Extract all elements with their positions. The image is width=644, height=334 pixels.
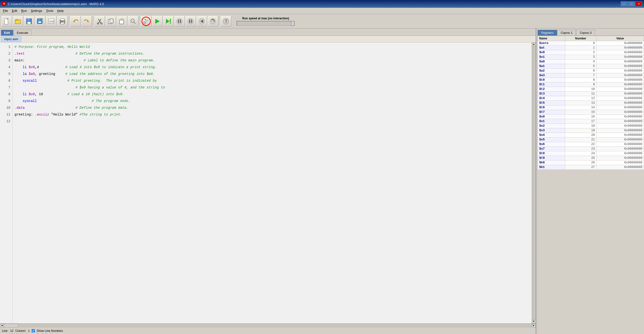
- col-name: Name: [538, 36, 565, 41]
- reg-name: $t5: [538, 101, 565, 105]
- open-icon: [14, 18, 21, 25]
- reg-value: 0x00000000: [596, 115, 644, 119]
- svg-rect-23: [110, 19, 113, 23]
- tab-edit[interactable]: Edit: [1, 30, 13, 35]
- table-row: $t0 8 0x00000000: [538, 78, 644, 82]
- svg-rect-5: [27, 22, 31, 24]
- window-title: C:\Users\Chuck\Dropbox\School\executable…: [8, 2, 104, 6]
- title-controls[interactable]: — □ ✕: [621, 1, 642, 6]
- undo-icon: [72, 18, 79, 25]
- run-speed-slider[interactable]: [236, 21, 295, 26]
- table-row: $k1 27 0x00000000: [538, 165, 644, 170]
- paste-icon: [118, 18, 125, 25]
- minimize-button[interactable]: —: [621, 1, 628, 6]
- scroll-left-arrow[interactable]: ◀: [0, 324, 4, 328]
- reg-value: 0x00000000: [596, 50, 644, 55]
- reg-number: 14: [565, 105, 596, 110]
- app-icon: M: [2, 2, 6, 6]
- file-tab-mips1[interactable]: mips1.asm: [1, 36, 21, 42]
- undo-button[interactable]: [70, 16, 81, 26]
- save-button[interactable]: [24, 16, 34, 26]
- title-bar: M C:\Users\Chuck\Dropbox\School\executab…: [0, 0, 644, 8]
- reg-number: 20: [565, 133, 596, 137]
- menu-settings[interactable]: Settings: [29, 8, 44, 13]
- scroll-track-vertical[interactable]: [532, 46, 536, 320]
- open-button[interactable]: [12, 16, 23, 26]
- redo-button[interactable]: [81, 16, 92, 26]
- table-row: $k0 26 0x00000000: [538, 160, 644, 165]
- run-button[interactable]: [152, 16, 162, 26]
- show-line-numbers-checkbox[interactable]: [32, 329, 35, 332]
- reset-button[interactable]: [208, 16, 218, 26]
- scroll-up-arrow[interactable]: ▲: [532, 42, 536, 46]
- paste-button[interactable]: [116, 16, 127, 26]
- copy-button[interactable]: [106, 16, 116, 26]
- help-button[interactable]: ?: [221, 16, 231, 26]
- reg-name: $at: [538, 46, 565, 50]
- run-step-icon: 1: [165, 18, 172, 25]
- reg-number: 25: [565, 156, 596, 160]
- table-row: $t9 25 0x00000000: [538, 156, 644, 160]
- tab-registers[interactable]: Registers: [538, 30, 557, 35]
- scroll-right-arrow[interactable]: ▶: [532, 324, 536, 328]
- scroll-thumb-horizontal[interactable]: [4, 324, 18, 328]
- menu-run[interactable]: Run: [19, 8, 29, 13]
- pause-button[interactable]: [174, 16, 185, 26]
- reg-number: 16: [565, 115, 596, 119]
- toolbar-separator-4: [219, 16, 220, 26]
- tab-coproc1[interactable]: Coproc 1: [557, 30, 576, 35]
- table-row: $s4 20 0x00000000: [538, 133, 644, 137]
- print-icon: [59, 18, 66, 25]
- run-step-button[interactable]: 1: [163, 16, 174, 26]
- cut-button[interactable]: [94, 16, 105, 26]
- tab-coproc0[interactable]: Coproc 0: [576, 30, 595, 35]
- menu-edit[interactable]: Edit: [10, 8, 19, 13]
- reg-number: 18: [565, 124, 596, 128]
- help-icon: ?: [222, 18, 229, 25]
- run-icon: [154, 18, 161, 25]
- copy-icon: [108, 18, 114, 25]
- scroll-down-arrow[interactable]: ▼: [532, 320, 536, 323]
- reg-name: $s4: [538, 133, 565, 137]
- reg-name: $zero: [538, 41, 565, 46]
- svg-text:?: ?: [225, 19, 227, 24]
- reg-value: 0x00000000: [596, 110, 644, 115]
- svg-point-26: [131, 19, 134, 22]
- table-row: $t6 14 0x00000000: [538, 105, 644, 110]
- editor-horizontal-scrollbar[interactable]: ◀ ▶: [0, 323, 536, 327]
- editor-vertical-scrollbar[interactable]: ▲ ▼: [532, 42, 536, 323]
- code-editor[interactable]: 1 2 3 4 5 6 7 8 9 10 11 12 # Purpose: Fi…: [0, 42, 536, 323]
- backstep-button[interactable]: [196, 16, 207, 26]
- reg-number: 10: [565, 87, 596, 92]
- line-number: 12: [10, 329, 13, 333]
- save-all-button[interactable]: [35, 16, 46, 26]
- svg-text:1: 1: [170, 21, 171, 24]
- registers-content[interactable]: Name Number Value $zero 0 0x00000000 $at…: [538, 36, 644, 334]
- reg-name: $s6: [538, 142, 565, 147]
- dump-icon: 0101: [48, 18, 55, 25]
- column-label: Column:: [15, 329, 26, 333]
- menu-tools[interactable]: Tools: [44, 8, 55, 13]
- assemble-icon: [143, 18, 150, 25]
- maximize-button[interactable]: □: [628, 1, 635, 6]
- tab-execute[interactable]: Execute: [14, 30, 32, 35]
- scroll-track-horizontal[interactable]: [4, 324, 532, 328]
- reg-value: 0x00000000: [596, 46, 644, 50]
- dump-button[interactable]: 0101: [46, 16, 56, 26]
- step-button[interactable]: [185, 16, 196, 26]
- reg-value: 0x00000000: [596, 87, 644, 92]
- reg-value: 0x00000000: [596, 137, 644, 142]
- print-button[interactable]: [57, 16, 68, 26]
- menu-file[interactable]: File: [1, 8, 10, 13]
- assemble-button[interactable]: [141, 16, 152, 26]
- reg-number: 15: [565, 110, 596, 115]
- find-button[interactable]: [128, 16, 138, 26]
- menu-help[interactable]: Help: [56, 8, 66, 13]
- reset-icon: [210, 18, 216, 25]
- new-button[interactable]: [2, 16, 12, 26]
- reg-number: 22: [565, 142, 596, 147]
- close-button[interactable]: ✕: [635, 1, 642, 6]
- code-text[interactable]: # Purpose: First program, Hello World .t…: [12, 42, 532, 323]
- backstep-icon: [198, 18, 205, 25]
- svg-point-15: [64, 21, 64, 22]
